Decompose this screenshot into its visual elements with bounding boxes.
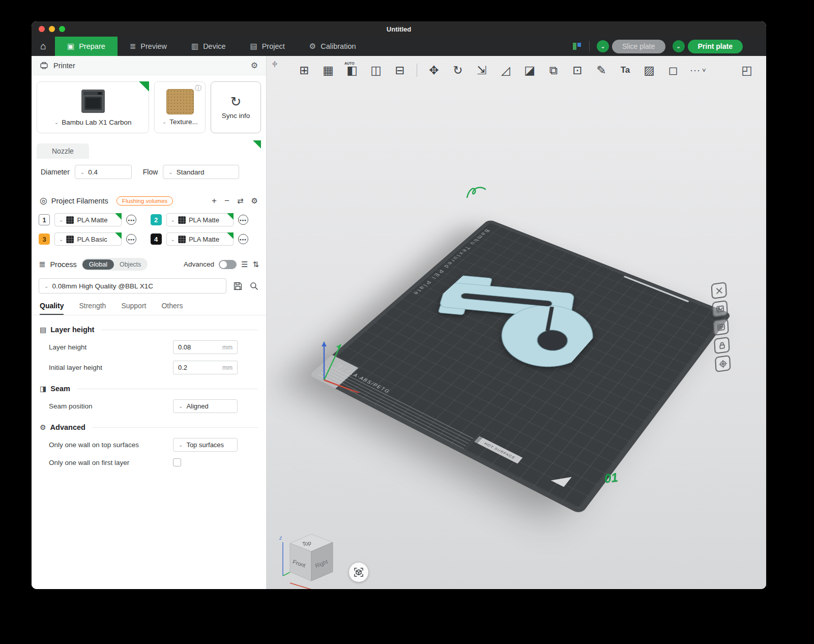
tab-device[interactable]: ▥ Device bbox=[179, 37, 238, 56]
filament-row-1: 1 ⌄ PLA Matte ●●● bbox=[39, 213, 148, 226]
title-bar: Untitled bbox=[32, 21, 766, 37]
clone-icon[interactable]: ⊡ bbox=[566, 59, 589, 81]
printer-settings-gear-icon[interactable]: ⚙ bbox=[251, 61, 258, 70]
sync-filament-icon[interactable]: ⇄ bbox=[237, 196, 244, 206]
info-icon[interactable]: ⓘ bbox=[195, 84, 201, 93]
minimize-window-button[interactable] bbox=[49, 26, 55, 32]
slice-options-chevron[interactable]: ⌄ bbox=[597, 40, 609, 52]
tab-label: Prepare bbox=[79, 42, 105, 50]
advanced-toggle-switch[interactable] bbox=[219, 260, 237, 269]
nozzle-tab[interactable]: Nozzle bbox=[37, 143, 89, 159]
assembly-view-icon[interactable]: ◻ bbox=[662, 59, 684, 81]
printer-section-header: Printer ⚙ bbox=[32, 56, 266, 75]
plate-texture-image bbox=[166, 89, 194, 114]
filament-index-badge: 4 bbox=[151, 233, 162, 245]
one-wall-top-select[interactable]: ⌄ Top surfaces bbox=[173, 438, 238, 452]
rotate-icon[interactable]: ↻ bbox=[447, 59, 469, 81]
diameter-value: 0.4 bbox=[88, 168, 98, 176]
maximize-window-button[interactable] bbox=[59, 26, 65, 32]
plate-image-button[interactable] bbox=[712, 300, 728, 317]
build-plate[interactable]: Bambu Textured PEI Plate B PLA·ABS/PETG … bbox=[309, 219, 732, 515]
lock-plate-button[interactable] bbox=[714, 337, 730, 354]
glyph: ⊞ bbox=[299, 64, 309, 77]
scope-global-button[interactable]: Global bbox=[82, 259, 114, 270]
filament-select[interactable]: ⌄ PLA Matte bbox=[54, 213, 122, 226]
plate-number-label[interactable]: 01 bbox=[603, 470, 619, 486]
seam-position-select[interactable]: ⌄ Aligned bbox=[173, 399, 238, 413]
more-tools-button[interactable]: ··· ˅ bbox=[686, 65, 710, 76]
save-preset-icon[interactable] bbox=[233, 281, 243, 291]
printer-select-card[interactable]: ⌄ Bambu Lab X1 Carbon bbox=[37, 81, 149, 133]
param-sort-icon[interactable]: ⇅ bbox=[252, 260, 259, 269]
tab-prepare[interactable]: ▣ Prepare bbox=[55, 37, 118, 56]
filament-more-button[interactable]: ●●● bbox=[238, 215, 248, 225]
search-parameters-icon[interactable] bbox=[249, 281, 259, 291]
viewport-3d[interactable]: ‹|› ⊞ ▦ AUTO◧ ◫ ⊟ ✥ ↻ ⇲ ◿ ◪ ⧉ ⊡ ✎ Ta bbox=[267, 56, 766, 589]
remove-filament-button[interactable]: − bbox=[224, 196, 229, 206]
tab-support[interactable]: Support bbox=[121, 302, 146, 315]
one-wall-first-layer-checkbox[interactable] bbox=[173, 458, 181, 466]
tab-strength[interactable]: Strength bbox=[79, 302, 106, 315]
mesh-boolean-icon[interactable]: ⧉ bbox=[542, 59, 565, 81]
split-plate-icon[interactable]: ⊟ bbox=[389, 59, 411, 81]
home-button[interactable]: ⌂ bbox=[32, 37, 55, 56]
filament-select[interactable]: ⌄ PLA Matte bbox=[166, 213, 234, 226]
glyph: ◰ bbox=[741, 64, 752, 77]
filament-spool-icon: ◎ bbox=[40, 195, 47, 206]
layer-height-icon: ▤ bbox=[40, 326, 46, 334]
filament-select[interactable]: ⌄ PLA Matte bbox=[166, 232, 234, 246]
flow-label: Flow bbox=[143, 168, 158, 176]
text-tool-icon[interactable]: Ta bbox=[614, 59, 636, 81]
auto-orient-icon[interactable]: AUTO◧ bbox=[341, 59, 363, 81]
close-window-button[interactable] bbox=[39, 26, 45, 32]
explode-assembly-icon[interactable]: ◰ bbox=[736, 59, 758, 81]
plate-list-button[interactable] bbox=[713, 318, 729, 336]
scale-icon[interactable]: ⇲ bbox=[471, 59, 493, 81]
cut-icon[interactable]: ◪ bbox=[518, 59, 541, 81]
layer-height-input[interactable]: 0.08 mm bbox=[173, 340, 238, 354]
printer-section-title: Printer bbox=[53, 62, 75, 70]
plate-layout-icon[interactable] bbox=[572, 42, 582, 51]
flow-select[interactable]: ⌄ Standard bbox=[163, 165, 239, 179]
tab-project[interactable]: ▤ Project bbox=[238, 37, 297, 56]
slice-plate-button[interactable]: Slice plate bbox=[612, 40, 665, 53]
plate-type-card[interactable]: ⓘ ⌄ Texture... bbox=[154, 81, 206, 133]
orientation-cube[interactable]: z Top Front Right x bbox=[278, 523, 347, 589]
sync-info-button[interactable]: ↻ Sync info bbox=[211, 81, 261, 133]
filament-more-button[interactable]: ●●● bbox=[126, 234, 136, 244]
support-paint-icon[interactable]: ✎ bbox=[590, 59, 613, 81]
add-model-icon[interactable]: ⊞ bbox=[293, 59, 315, 81]
filament-more-button[interactable]: ●●● bbox=[126, 215, 136, 225]
param-label: Layer height bbox=[49, 343, 173, 351]
filament-settings-gear-icon[interactable]: ⚙ bbox=[251, 196, 258, 206]
place-on-face-icon[interactable]: ◿ bbox=[495, 59, 517, 81]
flushing-volumes-button[interactable]: Flushing volumes bbox=[117, 196, 173, 206]
color-paint-icon[interactable]: ▨ bbox=[638, 59, 660, 81]
nozzle-diameter-select[interactable]: ⌄ 0.4 bbox=[75, 165, 132, 179]
tab-preview[interactable]: ≣ Preview bbox=[118, 37, 179, 56]
print-options-chevron[interactable]: ⌄ bbox=[673, 40, 685, 52]
param-row-layer-height: Layer height 0.08 mm bbox=[40, 340, 258, 354]
filament-more-button[interactable]: ●●● bbox=[238, 234, 248, 244]
delete-plate-button[interactable] bbox=[711, 282, 727, 299]
tab-others[interactable]: Others bbox=[161, 302, 183, 315]
plate-settings-button[interactable] bbox=[715, 355, 731, 372]
print-plate-button[interactable]: Print plate bbox=[688, 40, 743, 53]
tab-calibration[interactable]: ⚙ Calibration bbox=[297, 37, 368, 56]
param-list-icon[interactable]: ☰ bbox=[241, 260, 248, 269]
auto-view-button[interactable] bbox=[349, 563, 368, 582]
collapse-sidebar-handle[interactable]: ‹|› bbox=[272, 60, 277, 67]
arrange-icon[interactable]: ◫ bbox=[365, 59, 387, 81]
sync-refresh-icon: ↻ bbox=[230, 95, 242, 108]
prepare-icon: ▣ bbox=[67, 42, 74, 51]
image-icon bbox=[715, 304, 724, 313]
add-filament-button[interactable]: + bbox=[212, 196, 217, 206]
initial-layer-height-input[interactable]: 0.2 mm bbox=[173, 361, 238, 374]
scope-objects-button[interactable]: Objects bbox=[114, 259, 147, 270]
seam-section-title: Seam bbox=[50, 385, 70, 393]
process-preset-select[interactable]: ⌄ 0.08mm High Quality @BBL X1C bbox=[39, 278, 226, 294]
move-icon[interactable]: ✥ bbox=[423, 59, 445, 81]
add-plate-icon[interactable]: ▦ bbox=[317, 59, 339, 81]
filament-select[interactable]: ⌄ PLA Basic bbox=[54, 232, 122, 246]
tab-quality[interactable]: Quality bbox=[40, 302, 64, 315]
